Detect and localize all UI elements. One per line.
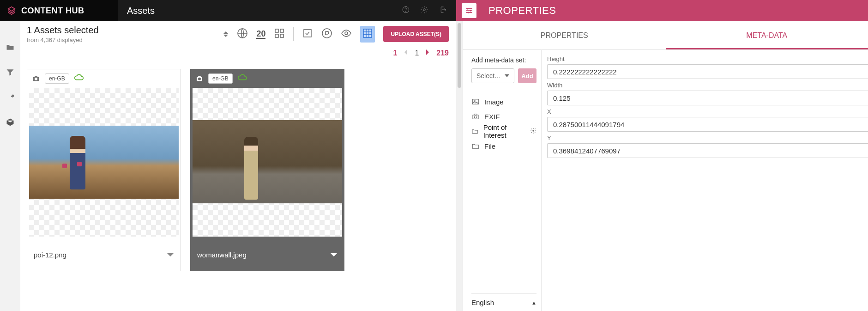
package-icon[interactable] <box>6 117 15 128</box>
tools-icon[interactable] <box>6 92 15 104</box>
page-size-stepper[interactable] <box>223 30 229 38</box>
page-size[interactable]: 20 <box>256 30 265 39</box>
svg-point-13 <box>345 32 348 35</box>
logout-icon[interactable] <box>439 6 447 16</box>
asset-filename: womanwall.jpeg <box>197 251 247 259</box>
pager-last[interactable]: 219 <box>436 49 449 57</box>
field-input-width[interactable] <box>547 91 868 105</box>
folder-icon <box>471 127 479 135</box>
svg-point-15 <box>35 78 37 80</box>
svg-point-20 <box>532 130 534 132</box>
svg-point-19 <box>474 116 477 118</box>
svg-point-2 <box>423 9 426 11</box>
svg-point-16 <box>198 78 201 80</box>
panel-title: PROPERTIES <box>488 5 556 17</box>
metadata-select-value: Select… <box>476 72 501 79</box>
svg-rect-7 <box>275 29 278 32</box>
asset-card-selected[interactable]: en-GB womanwall.jpeg <box>190 69 344 271</box>
svg-point-12 <box>322 29 332 38</box>
svg-rect-11 <box>304 30 311 37</box>
selection-info: 1 Assets selected from 4,367 displayed <box>27 25 215 43</box>
category-poi[interactable]: Point of Interest <box>471 124 536 139</box>
gear-icon[interactable] <box>530 128 536 135</box>
cloud-synced-icon <box>74 73 84 84</box>
brand-logo-icon <box>6 6 17 16</box>
scrollbar[interactable] <box>456 21 463 311</box>
category-exif[interactable]: EXIF <box>471 109 536 124</box>
transparency-icon[interactable] <box>360 26 375 43</box>
field-input-height[interactable] <box>547 64 868 79</box>
filter-icon[interactable] <box>6 67 15 79</box>
asset-thumbnail[interactable] <box>193 88 342 237</box>
chevron-down-icon[interactable] <box>330 251 338 259</box>
properties-icon <box>462 3 476 18</box>
brand-name: CONTENT HUB <box>21 6 84 16</box>
svg-point-3 <box>467 8 468 9</box>
grid-view-icon[interactable] <box>274 28 285 41</box>
publish-icon[interactable] <box>321 28 332 41</box>
category-label: File <box>484 142 495 150</box>
preview-icon[interactable] <box>341 28 352 41</box>
category-image[interactable]: Image <box>471 94 536 109</box>
locale-badge: en-GB <box>45 73 69 84</box>
field-input-y[interactable] <box>547 143 868 158</box>
svg-point-1 <box>406 11 406 12</box>
selection-count: 1 Assets selected <box>27 25 215 36</box>
page-title: Assets <box>118 0 392 21</box>
chevron-down-icon <box>505 74 509 77</box>
locale-badge: en-GB <box>208 73 233 84</box>
upload-button[interactable]: UPLOAD ASSET(S) <box>383 26 449 42</box>
language-selector[interactable]: English ▲ <box>471 293 536 306</box>
camera-icon <box>32 74 40 83</box>
asset-thumbnail[interactable] <box>29 88 179 237</box>
settings-icon[interactable] <box>420 6 428 16</box>
field-label-width: Width <box>547 82 868 89</box>
category-label: Point of Interest <box>483 123 525 139</box>
pager-current: 1 <box>415 49 419 57</box>
chevron-up-icon: ▲ <box>531 300 536 305</box>
toolbar-separator <box>293 27 294 41</box>
tab-metadata[interactable]: META-DATA <box>666 21 868 49</box>
field-label-y: Y <box>547 134 868 141</box>
cloud-synced-icon <box>237 73 247 84</box>
category-file[interactable]: File <box>471 139 536 153</box>
language-label: English <box>471 299 494 306</box>
field-label-height: Height <box>547 55 868 62</box>
category-label: Image <box>484 98 504 106</box>
help-icon[interactable] <box>402 6 410 16</box>
camera-icon <box>471 112 480 121</box>
chevron-down-icon[interactable] <box>167 251 174 259</box>
brand-box[interactable]: CONTENT HUB <box>0 0 118 21</box>
pager-prev-icon[interactable] <box>404 49 408 57</box>
add-metadata-label: Add meta-data set: <box>471 56 536 64</box>
svg-point-4 <box>470 10 471 11</box>
metadata-select[interactable]: Select… <box>471 68 514 83</box>
globe-icon[interactable] <box>237 28 248 41</box>
category-label: EXIF <box>484 113 500 121</box>
asset-filename: poi-12.png <box>34 251 66 259</box>
selection-sub: from 4,367 displayed <box>27 37 215 43</box>
side-nav <box>0 21 20 311</box>
camera-icon <box>195 74 204 83</box>
asset-card[interactable]: en-GB poi-12.png <box>27 69 181 271</box>
pager-next-icon[interactable] <box>425 49 430 57</box>
svg-rect-9 <box>275 34 278 37</box>
pager: 1 1 219 <box>20 47 456 60</box>
field-label-x: X <box>547 108 868 115</box>
image-icon <box>471 98 480 106</box>
select-all-icon[interactable] <box>302 28 313 41</box>
svg-rect-14 <box>363 29 372 37</box>
folder-icon[interactable] <box>6 43 15 54</box>
field-input-x[interactable] <box>547 117 868 132</box>
folder-icon <box>471 142 480 150</box>
add-metadata-button[interactable]: Add <box>518 68 536 83</box>
tab-properties[interactable]: PROPERTIES <box>463 21 666 49</box>
svg-rect-8 <box>280 29 283 32</box>
svg-rect-10 <box>280 34 283 37</box>
pager-first[interactable]: 1 <box>393 49 397 57</box>
svg-point-5 <box>468 12 469 13</box>
